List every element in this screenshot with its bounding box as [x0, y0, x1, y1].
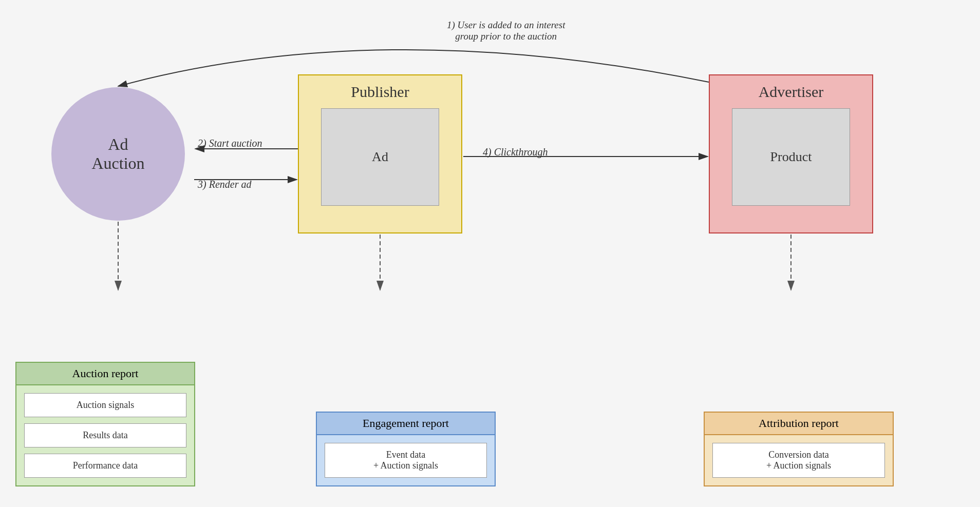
auction-report-header: Auction report [16, 363, 194, 385]
publisher-title: Publisher [351, 83, 409, 101]
render-ad-label: 3) Render ad [198, 179, 251, 190]
publisher-box: Publisher Ad [298, 74, 462, 233]
auction-report: Auction report Auction signals Results d… [15, 362, 195, 486]
ad-auction-circle: AdAuction [51, 87, 185, 221]
attribution-report: Attribution report Conversion data + Auc… [704, 412, 894, 486]
engagement-report-header: Engagement report [317, 413, 495, 435]
user-note: 1) User is added to an interest group pr… [447, 20, 565, 42]
attribution-report-header: Attribution report [705, 413, 893, 435]
ad-inner-box: Ad [321, 108, 439, 206]
conversion-data-item: Conversion data + Auction signals [712, 443, 885, 478]
performance-data-item: Performance data [24, 454, 186, 478]
auction-signals-item: Auction signals [24, 393, 186, 417]
diagram-container: 1) User is added to an interest group pr… [0, 0, 980, 507]
engagement-report: Engagement report Event data + Auction s… [316, 412, 496, 486]
start-auction-label: 2) Start auction [198, 138, 262, 149]
advertiser-box: Advertiser Product [709, 74, 873, 233]
ad-auction-label: AdAuction [91, 135, 144, 173]
event-data-item: Event data + Auction signals [325, 443, 487, 478]
results-data-item: Results data [24, 423, 186, 447]
clickthrough-label: 4) Clickthrough [483, 146, 548, 158]
product-label: Product [770, 149, 812, 165]
product-inner-box: Product [732, 108, 850, 206]
advertiser-title: Advertiser [759, 83, 824, 101]
ad-label: Ad [372, 149, 388, 165]
